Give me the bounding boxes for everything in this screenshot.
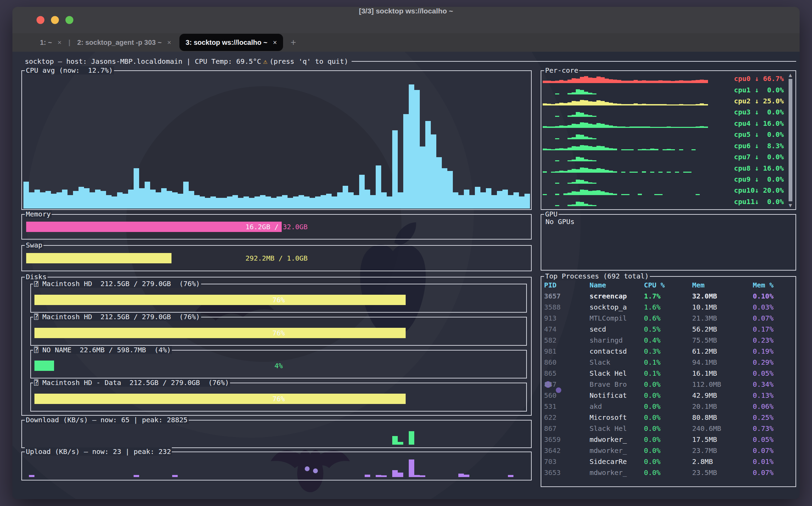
column-header-memp: Mem % [753,280,793,291]
process-pid: 865 [544,368,590,379]
process-cpu-percent: 0.4% [644,335,692,346]
window-titlebar[interactable]: [3/3] socktop ws://localho ~ [12,7,800,33]
core-usage-label: cpu3 ↓ 0.0% [734,108,784,116]
process-pid: 913 [544,313,590,324]
process-row[interactable]: 582 sharingd 0.4% 75.5MB 0.23% [544,335,793,346]
process-row[interactable]: 3659 mdworker_ 0.0% 17.5MB 0.05% [544,434,793,445]
process-name: sharingd [590,335,644,346]
process-row[interactable]: 3588 socktop_a 1.6% 10.1MB 0.03% [544,302,793,313]
disk-usage-gauge: 4% [34,361,523,371]
core-usage-label: cpu10↓ 20.0% [734,186,784,194]
process-cpu-percent: 0.1% [644,357,692,368]
swap-gauge: 292.2MB / 1.0GB [26,253,527,263]
process-cpu-percent: 0.0% [644,401,692,412]
per-core-row: cpu4 ↓ 16.0% [543,118,784,129]
process-pid: 531 [544,401,590,412]
disk-usage-gauge-label: 76% [34,328,523,338]
scroll-up-icon[interactable]: ▲ [789,72,792,78]
tab-1-close-icon[interactable]: × [58,39,62,47]
process-row[interactable]: 3657 screencap 1.7% 32.0MB 0.10% [544,291,793,302]
disk-title: ⍰ Macintosh HD 212.5GB / 279.0GB (76%) [33,280,201,288]
process-row[interactable]: 703 SidecarRe 0.0% 2.8MB 0.01% [544,456,793,467]
process-mem: 16.1MB [692,368,753,379]
swap-gauge-label: 292.2MB / 1.0GB [26,253,527,263]
process-row[interactable]: 474 secd 0.5% 56.2MB 0.17% [544,324,793,335]
process-rows: 3657 screencap 1.7% 32.0MB 0.10% 3588 so… [544,291,793,478]
cpu-temp-warning-icon: ⚠ [261,57,269,65]
new-tab-button[interactable]: + [285,37,302,48]
per-core-scrollbar[interactable]: ▲ ▼ [787,72,794,209]
process-row[interactable]: 887 Brave Bro 0.0% 112.0MB 0.34% [544,379,793,390]
core-usage-sparkline [543,141,708,150]
process-row[interactable]: 3653 mdworker_ 0.0% 23.5MB 0.07% [544,467,793,478]
disk-usage-gauge-label: 76% [34,295,523,305]
process-row[interactable]: 865 Slack Hel 0.1% 16.1MB 0.05% [544,368,793,379]
process-cpu-percent: 1.7% [644,291,692,302]
core-usage-sparkline [543,152,708,161]
process-mem-percent: 0.01% [753,456,793,467]
memory-gauge: 16.2GB / 32.0GB [26,222,527,232]
process-mem: 42.9MB [692,390,753,401]
process-row[interactable]: 860 Slack 0.1% 94.1MB 0.29% [544,357,793,368]
core-usage-sparkline [543,85,708,94]
process-cpu-percent: 1.6% [644,302,692,313]
core-usage-label: cpu8 ↓ 16.0% [734,164,784,172]
tab-3-active[interactable]: 3: socktop ws://localho ~ × [179,34,283,51]
upload-panel: Upload (KB/s) — now: 23 | peak: 232 [21,452,532,480]
per-core-row: cpu3 ↓ 0.0% [543,107,784,118]
core-usage-sparkline [543,130,708,139]
tab-1-label: 1: ~ [40,39,52,47]
process-mem-percent: 0.29% [753,357,793,368]
process-mem-percent: 0.03% [753,302,793,313]
close-window-button[interactable] [37,16,44,24]
process-row[interactable]: 981 contactsd 0.3% 61.2MB 0.19% [544,346,793,357]
core-usage-label: cpu5 ↓ 0.0% [734,130,784,139]
process-cpu-percent: 0.0% [644,456,692,467]
process-mem: 2.8MB [692,456,753,467]
disk-title: ⍰ Macintosh HD - Data 212.5GB / 279.0GB … [33,378,230,387]
status-line-rule [352,61,796,62]
process-name: secd [590,324,644,335]
disk-sub-panel: ⍰ Macintosh HD - Data 212.5GB / 279.0GB … [30,383,527,412]
process-mem: 10.1MB [692,302,753,313]
traffic-lights [37,16,73,24]
tab-1[interactable]: 1: ~ × [34,33,68,52]
process-row[interactable]: 560 Notificat 0.0% 42.9MB 0.13% [544,390,793,401]
memory-gauge-label: 16.2GB / 32.0GB [26,222,527,232]
minimize-window-button[interactable] [51,16,59,24]
core-usage-label: cpu0 ↓ 66.7% [734,74,784,83]
process-name: SidecarRe [590,456,644,467]
process-row[interactable]: 913 MTLCompil 0.6% 21.3MB 0.07% [544,313,793,324]
quit-hint-text: (press 'q' to quit) [269,57,348,65]
gpu-status-text: No GPUs [545,217,574,226]
process-mem: 112.0MB [692,379,753,390]
process-table: PID Name CPU % Mem Mem % 3657 screencap … [544,280,793,484]
per-core-panel-title: Per-core [544,66,579,74]
per-core-row: cpu9 ↓ 0.0% [543,174,784,185]
zoom-window-button[interactable] [65,16,73,24]
tab-3-close-icon[interactable]: × [273,39,277,47]
process-row[interactable]: 867 Slack Hel 0.0% 240.6MB 0.73% [544,423,793,434]
core-usage-label: cpu6 ↓ 8.3% [734,142,784,150]
process-row[interactable]: 3642 mdworker_ 0.0% 23.7MB 0.07% [544,445,793,456]
process-mem: 23.7MB [692,445,753,456]
core-usage-sparkline [543,197,708,206]
process-row[interactable]: 622 Microsoft 0.0% 80.8MB 0.25% [544,412,793,423]
disk-title: ⍰ Macintosh HD 212.5GB / 279.0GB (76%) [33,313,201,321]
per-core-row: cpu1 ↓ 0.0% [543,84,784,95]
column-header-pid: PID [544,280,590,291]
process-mem-percent: 0.07% [753,445,793,456]
process-cpu-percent: 0.6% [644,313,692,324]
process-row[interactable]: 531 akd 0.0% 20.1MB 0.06% [544,401,793,412]
scrollbar-track[interactable] [789,79,792,201]
top-processes-panel: Top Processes (692 total) PID Name CPU %… [541,276,796,487]
column-header-name: Name [590,280,644,291]
process-pid: 582 [544,335,590,346]
process-mem-percent: 0.25% [753,412,793,423]
process-name: mdworker_ [590,445,644,456]
scroll-down-icon[interactable]: ▼ [789,202,792,209]
tab-2[interactable]: 2: socktop_agent -p 303 ~ × [71,33,177,52]
tab-2-close-icon[interactable]: × [167,39,171,47]
disk-list: ⍰ Macintosh HD 212.5GB / 279.0GB (76%) 7… [30,284,527,412]
process-name: socktop_a [590,302,644,313]
